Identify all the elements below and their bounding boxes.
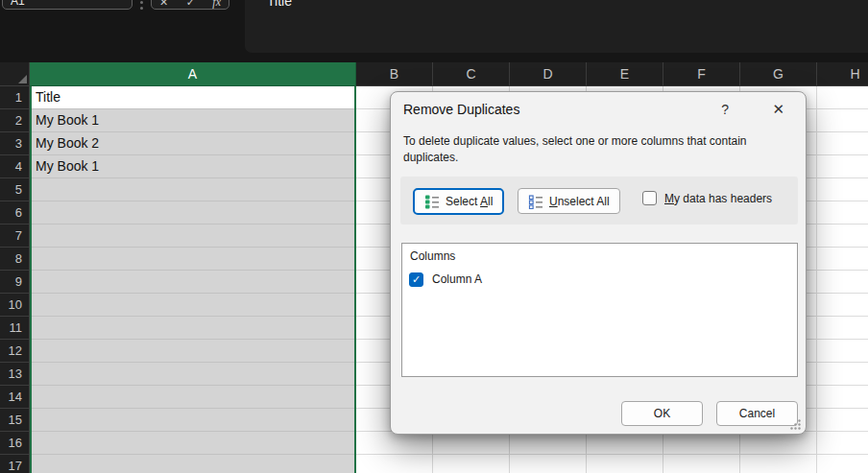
cell-H7[interactable] <box>817 225 868 248</box>
cell-A16[interactable] <box>30 432 356 455</box>
cell-A14[interactable] <box>30 386 356 409</box>
name-box[interactable]: A1 <box>2 0 133 10</box>
unselect-all-label: Unselect All <box>549 195 610 208</box>
cell-H15[interactable] <box>817 409 868 432</box>
column-header-B[interactable]: B <box>356 62 433 86</box>
cell-A12[interactable] <box>30 340 356 363</box>
row-header-13[interactable]: 13 <box>0 363 30 386</box>
cell-A17[interactable] <box>30 455 356 473</box>
enter-entry-icon[interactable]: ✓ <box>186 0 195 8</box>
cell-H12[interactable] <box>817 340 868 363</box>
cell-A1[interactable]: Title <box>30 86 356 109</box>
cell-H13[interactable] <box>817 363 868 386</box>
cell-A7[interactable] <box>30 225 356 248</box>
my-data-has-headers-checkbox[interactable] <box>642 191 657 205</box>
drag-handle-dots <box>140 1 144 12</box>
cell-A6[interactable] <box>30 201 356 225</box>
cell-A13[interactable] <box>30 363 356 386</box>
cell-A15[interactable] <box>30 409 356 432</box>
insert-function-icon[interactable]: fx <box>212 0 221 8</box>
column-list-item[interactable]: ✓Column A <box>402 269 797 290</box>
formula-bar-value: Title <box>267 0 292 9</box>
select-all-button[interactable]: Select All <box>413 188 504 215</box>
row-header-11[interactable]: 11 <box>0 317 30 340</box>
cell-H5[interactable] <box>817 178 868 201</box>
row-header-14[interactable]: 14 <box>0 386 30 409</box>
row-header-17[interactable]: 17 <box>0 455 30 473</box>
row-header-2[interactable]: 2 <box>0 109 30 132</box>
column-header-E[interactable]: E <box>587 62 663 86</box>
my-data-has-headers-option[interactable]: My data has headers <box>642 191 772 205</box>
remove-duplicates-dialog: Remove Duplicates ? ✕ To delete duplicat… <box>390 91 807 435</box>
cell-D17[interactable] <box>510 455 587 473</box>
ok-button[interactable]: OK <box>621 401 703 426</box>
cell-E16[interactable] <box>587 432 663 455</box>
cell-H2[interactable] <box>817 109 868 132</box>
cell-A8[interactable] <box>30 248 356 271</box>
cell-F16[interactable] <box>663 432 740 455</box>
select-all-icon <box>424 194 440 209</box>
help-icon[interactable]: ? <box>721 102 729 117</box>
cell-A9[interactable] <box>30 271 356 294</box>
cell-H17[interactable] <box>817 455 868 473</box>
resize-grip-icon[interactable] <box>789 418 802 431</box>
cell-H16[interactable] <box>817 432 868 455</box>
cell-H6[interactable] <box>817 201 868 225</box>
cell-H10[interactable] <box>817 294 868 317</box>
cell-H11[interactable] <box>817 317 868 340</box>
column-header-D[interactable]: D <box>510 62 587 86</box>
cell-H4[interactable] <box>817 155 868 178</box>
cell-D16[interactable] <box>510 432 587 455</box>
row-header-16[interactable]: 16 <box>0 432 30 455</box>
columns-list[interactable]: Columns ✓Column A <box>401 243 798 377</box>
cell-H8[interactable] <box>817 248 868 271</box>
row-header-8[interactable]: 8 <box>0 248 30 271</box>
row-header-3[interactable]: 3 <box>0 132 30 155</box>
cell-A2[interactable]: My Book 1 <box>30 109 356 132</box>
row-header-1[interactable]: 1 <box>0 86 30 109</box>
cell-A11[interactable] <box>30 317 356 340</box>
cell-H1[interactable] <box>817 86 868 109</box>
row-header-7[interactable]: 7 <box>0 225 30 248</box>
cell-H3[interactable] <box>817 132 868 155</box>
columns-list-header: Columns <box>410 249 455 263</box>
column-header-F[interactable]: F <box>663 62 740 86</box>
cell-A10[interactable] <box>30 294 356 317</box>
column-item-label: Column A <box>432 272 482 286</box>
column-header-G[interactable]: G <box>740 62 817 86</box>
cell-H9[interactable] <box>817 271 868 294</box>
row-header-6[interactable]: 6 <box>0 201 30 225</box>
cell-C17[interactable] <box>433 455 510 473</box>
select-all-corner[interactable] <box>0 62 30 86</box>
cell-G17[interactable] <box>740 455 817 473</box>
column-header-A[interactable]: A <box>30 62 356 86</box>
row-header-15[interactable]: 15 <box>0 409 30 432</box>
cell-E17[interactable] <box>587 455 663 473</box>
dialog-titlebar[interactable]: Remove Duplicates ? ✕ <box>391 92 806 127</box>
formula-bar-region: A1 ✕ ✓ fx Title <box>0 0 868 62</box>
row-header-5[interactable]: 5 <box>0 178 30 201</box>
cell-C16[interactable] <box>433 432 510 455</box>
column-header-C[interactable]: C <box>433 62 510 86</box>
formula-bar-input[interactable]: Title <box>245 0 868 53</box>
cell-A4[interactable]: My Book 1 <box>30 155 356 178</box>
cell-H14[interactable] <box>817 386 868 409</box>
unselect-all-button[interactable]: Unselect All <box>518 188 620 214</box>
row-header-12[interactable]: 12 <box>0 340 30 363</box>
column-item-checkbox[interactable]: ✓ <box>409 272 423 287</box>
cell-A3[interactable]: My Book 2 <box>30 132 356 155</box>
row-header-9[interactable]: 9 <box>0 271 30 294</box>
row-header-4[interactable]: 4 <box>0 155 30 178</box>
cell-B17[interactable] <box>356 455 433 473</box>
close-icon[interactable]: ✕ <box>772 101 784 118</box>
cancel-entry-icon[interactable]: ✕ <box>159 0 168 8</box>
cell-G16[interactable] <box>740 432 817 455</box>
name-box-value: A1 <box>11 0 25 8</box>
row-header-10[interactable]: 10 <box>0 294 30 317</box>
cell-A5[interactable] <box>30 178 356 201</box>
cell-F17[interactable] <box>663 455 740 473</box>
cancel-button[interactable]: Cancel <box>716 401 798 426</box>
column-header-H[interactable]: H <box>817 62 868 86</box>
cell-B16[interactable] <box>356 432 433 455</box>
my-data-has-headers-label: My data has headers <box>664 192 772 205</box>
